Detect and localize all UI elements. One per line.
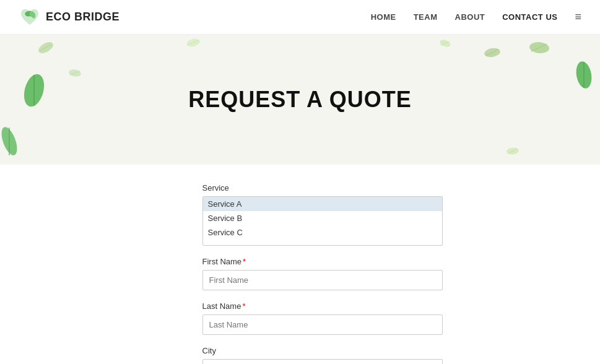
logo[interactable]: ECO BRIDGE	[19, 6, 120, 28]
last-name-label: Last Name*	[202, 301, 443, 311]
hamburger-icon[interactable]: ≡	[575, 11, 581, 24]
nav-team[interactable]: TEAM	[414, 12, 438, 22]
svg-line-13	[486, 50, 498, 56]
leaf-decor-2	[37, 42, 54, 53]
page-title: REQUEST A QUOTE	[188, 87, 411, 113]
svg-line-3	[40, 45, 51, 51]
logo-text: ECO BRIDGE	[46, 11, 120, 24]
leaf-decor-9	[574, 59, 594, 90]
quote-form-section: Service Service A Service B Service C Fi…	[146, 165, 455, 364]
first-name-input[interactable]	[202, 270, 443, 290]
navbar-links: HOME TEAM ABOUT CONTACT US ≡	[371, 11, 581, 24]
last-name-input[interactable]	[202, 314, 443, 335]
hero-banner: REQUEST A QUOTE	[0, 35, 600, 165]
leaf-decor-8	[529, 41, 550, 54]
city-input[interactable]	[202, 359, 443, 364]
svg-point-14	[529, 41, 549, 54]
service-label: Service	[202, 183, 443, 193]
first-name-required: *	[243, 257, 246, 266]
city-group: City	[202, 346, 443, 364]
last-name-required: *	[242, 301, 245, 311]
svg-point-0	[0, 125, 19, 157]
leaf-decor-4	[22, 72, 46, 109]
first-name-label: First Name*	[202, 257, 443, 266]
nav-about[interactable]: ABOUT	[455, 12, 485, 22]
leaf-decor-10	[506, 147, 520, 155]
svg-line-19	[508, 149, 518, 154]
leaf-decor-1	[0, 124, 19, 158]
service-select[interactable]: Service A Service B Service C	[202, 196, 443, 246]
nav-contact[interactable]: CONTACT US	[502, 12, 557, 22]
navbar: ECO BRIDGE HOME TEAM ABOUT CONTACT US ≡	[0, 0, 600, 35]
leaf-decor-7	[484, 47, 501, 58]
svg-point-16	[574, 60, 593, 89]
service-option-c[interactable]: Service C	[203, 225, 442, 240]
city-label: City	[202, 346, 443, 355]
svg-line-15	[531, 44, 547, 51]
svg-point-2	[37, 42, 54, 53]
svg-point-6	[22, 72, 46, 109]
svg-point-18	[507, 147, 520, 155]
nav-home[interactable]: HOME	[371, 12, 396, 22]
svg-point-8	[186, 38, 201, 48]
svg-line-11	[440, 41, 450, 45]
first-name-group: First Name*	[202, 257, 443, 290]
svg-point-4	[68, 69, 82, 77]
leaf-decor-5	[186, 38, 201, 48]
leaf-decor-6	[439, 40, 451, 48]
service-group: Service Service A Service B Service C	[202, 183, 443, 246]
service-option-a[interactable]: Service A	[203, 197, 442, 211]
last-name-group: Last Name*	[202, 301, 443, 335]
svg-line-5	[70, 71, 80, 75]
service-option-b[interactable]: Service B	[203, 211, 442, 225]
svg-point-10	[439, 40, 451, 48]
logo-icon	[19, 6, 41, 28]
svg-line-9	[188, 40, 199, 45]
leaf-decor-3	[68, 69, 82, 77]
svg-point-12	[484, 47, 501, 58]
